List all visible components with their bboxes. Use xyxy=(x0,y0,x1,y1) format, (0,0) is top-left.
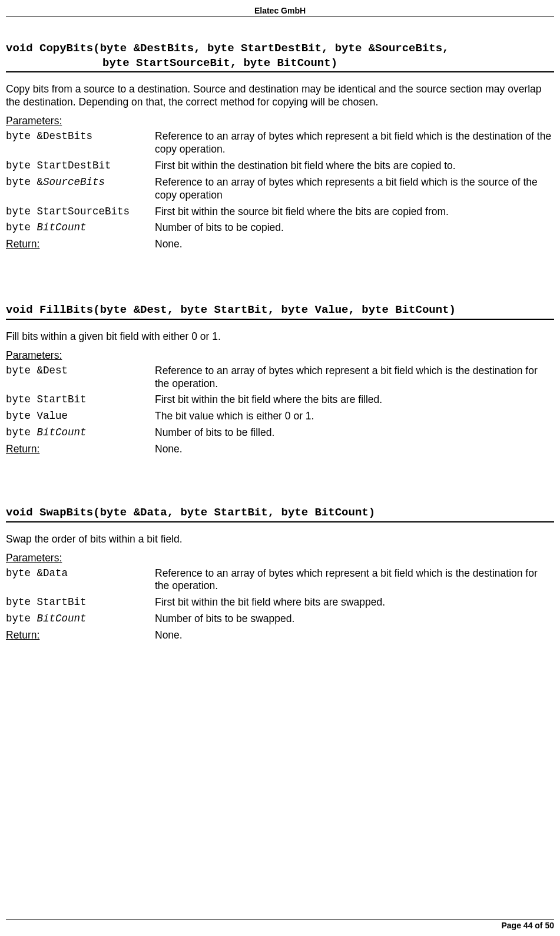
param-name: byte StartSourceBits xyxy=(6,206,155,219)
param-name: byte &SourceBits xyxy=(6,176,155,189)
param-desc: First bit within the bit field where the… xyxy=(155,393,554,406)
params-header: Parameters: xyxy=(6,349,554,362)
param-name: byte StartBit xyxy=(6,596,155,609)
func-fillbits-signature: void FillBits(byte &Dest, byte StartBit,… xyxy=(6,303,554,320)
param-name: byte &Dest xyxy=(6,365,155,378)
param-desc: First bit within the bit field where bit… xyxy=(155,596,554,609)
param-desc: Reference to an array of bytes which rep… xyxy=(155,365,554,391)
sig-line1: void CopyBits(byte &DestBits, byte Start… xyxy=(6,41,554,56)
param-name: byte &DestBits xyxy=(6,130,155,143)
param-row: byte BitCount Number of bits to be swapp… xyxy=(6,613,554,626)
func-swapbits-desc: Swap the order of bits within a bit fiel… xyxy=(6,533,554,546)
param-desc: Number of bits to be filled. xyxy=(155,426,554,439)
param-desc: First bit within the source bit field wh… xyxy=(155,206,554,219)
param-desc: The bit value which is either 0 or 1. xyxy=(155,410,554,423)
param-row: byte StartBit First bit within the bit f… xyxy=(6,596,554,609)
return-label: Return: xyxy=(6,238,155,251)
param-row: byte BitCount Number of bits to be copie… xyxy=(6,221,554,234)
param-desc: Reference to an array of bytes which rep… xyxy=(155,176,554,202)
params-header: Parameters: xyxy=(6,552,554,564)
param-name: byte BitCount xyxy=(6,221,155,234)
param-row: byte &DestBits Reference to an array of … xyxy=(6,130,554,156)
page-content: void CopyBits(byte &DestBits, byte Start… xyxy=(6,16,554,642)
param-desc: Number of bits to be copied. xyxy=(155,221,554,234)
param-row: byte BitCount Number of bits to be fille… xyxy=(6,426,554,439)
return-value: None. xyxy=(155,629,554,642)
param-desc: First bit within the destination bit fie… xyxy=(155,160,554,173)
sig-line: void SwapBits(byte &Data, byte StartBit,… xyxy=(6,505,554,520)
param-row: byte Value The bit value which is either… xyxy=(6,410,554,423)
return-value: None. xyxy=(155,238,554,251)
sig-line2: byte StartSourceBit, byte BitCount) xyxy=(6,56,554,71)
return-row: Return: None. xyxy=(6,443,554,456)
param-name: byte BitCount xyxy=(6,426,155,439)
sig-line: void FillBits(byte &Dest, byte StartBit,… xyxy=(6,303,554,317)
param-name: byte &Data xyxy=(6,567,155,580)
param-name: byte StartDestBit xyxy=(6,160,155,173)
return-value: None. xyxy=(155,443,554,456)
company-name: Elatec GmbH xyxy=(254,6,306,15)
param-desc: Reference to an array of bytes which rep… xyxy=(155,567,554,593)
return-row: Return: None. xyxy=(6,238,554,251)
param-row: byte &Dest Reference to an array of byte… xyxy=(6,365,554,391)
param-desc: Reference to an array of bytes which rep… xyxy=(155,130,554,156)
func-fillbits-desc: Fill bits within a given bit field with … xyxy=(6,330,554,343)
param-name: byte StartBit xyxy=(6,393,155,406)
params-header: Parameters: xyxy=(6,115,554,127)
param-row: byte &SourceBits Reference to an array o… xyxy=(6,176,554,202)
param-row: byte StartDestBit First bit within the d… xyxy=(6,160,554,173)
func-copybits-desc: Copy bits from a source to a destination… xyxy=(6,83,554,109)
func-copybits-signature: void CopyBits(byte &DestBits, byte Start… xyxy=(6,41,554,72)
param-name: byte Value xyxy=(6,410,155,423)
page-header: Elatec GmbH xyxy=(6,6,554,16)
func-swapbits-signature: void SwapBits(byte &Data, byte StartBit,… xyxy=(6,505,554,522)
param-name: byte BitCount xyxy=(6,613,155,626)
param-desc: Number of bits to be swapped. xyxy=(155,613,554,626)
return-label: Return: xyxy=(6,443,155,456)
param-row: byte StartSourceBits First bit within th… xyxy=(6,206,554,219)
param-row: byte StartBit First bit within the bit f… xyxy=(6,393,554,406)
return-row: Return: None. xyxy=(6,629,554,642)
return-label: Return: xyxy=(6,629,155,642)
param-row: byte &Data Reference to an array of byte… xyxy=(6,567,554,593)
